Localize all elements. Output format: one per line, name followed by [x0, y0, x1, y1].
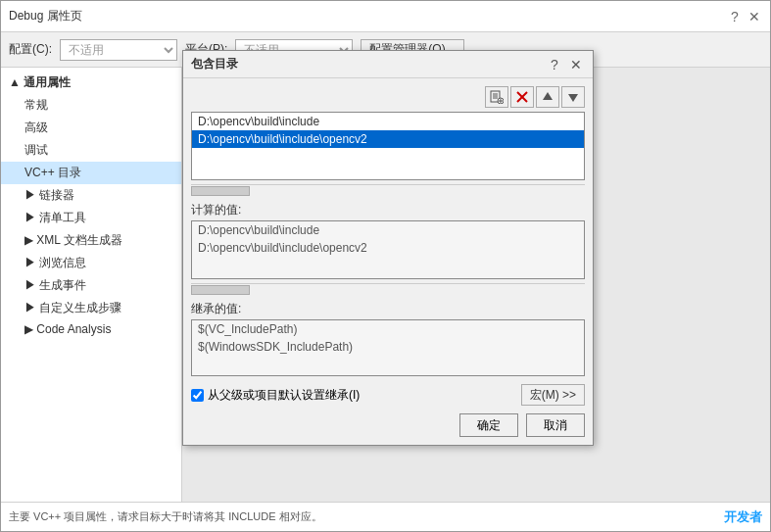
- inherited-label: 继承的值:: [191, 301, 585, 317]
- include-dir-item-1[interactable]: D:\opencv\build\include: [192, 113, 584, 130]
- computed-container: D:\opencv\build\include D:\opencv\build\…: [191, 220, 585, 279]
- sidebar-item-codeanalysis[interactable]: ▶ Code Analysis: [1, 319, 181, 339]
- inherited-list: $(VC_IncludePath) $(WindowsSDK_IncludePa…: [191, 319, 585, 376]
- inherited-item-2: $(WindowsSDK_IncludePath): [192, 338, 584, 356]
- sidebar-item-xml-label: ▶ XML 文档生成器: [24, 232, 122, 249]
- config-label: 配置(C):: [9, 41, 52, 58]
- include-dirs-container: D:\opencv\build\include D:\opencv\build\…: [191, 112, 585, 180]
- sidebar-item-common-label: ▲ 通用属性: [9, 74, 71, 91]
- ok-btn[interactable]: 确定: [459, 413, 518, 437]
- sidebar-item-debug[interactable]: 调试: [1, 139, 181, 162]
- sidebar-item-browse[interactable]: ▶ 浏览信息: [1, 252, 181, 274]
- list-hscroll-thumb[interactable]: [191, 186, 250, 196]
- sidebar-item-build-label: ▶ 生成事件: [24, 277, 86, 294]
- computed-list: D:\opencv\build\include D:\opencv\build\…: [191, 220, 585, 279]
- sidebar: ▲ 通用属性 常规 高级 调试 VC++ 目录 ▶ 链接器 ▶ 清单工具 ▶ X…: [1, 68, 182, 502]
- title-bar: Debug 属性页 ? ✕: [1, 1, 770, 32]
- sidebar-item-manifest-label: ▶ 清单工具: [24, 210, 86, 226]
- new-icon: [490, 90, 504, 104]
- move-up-btn[interactable]: [536, 86, 559, 108]
- up-icon: [541, 90, 554, 104]
- inherited-item-1: $(VC_IncludePath): [192, 320, 584, 338]
- move-down-btn[interactable]: [561, 86, 585, 108]
- dialog-toolbar: [191, 86, 585, 108]
- dialog-body: D:\opencv\build\include D:\opencv\build\…: [183, 78, 593, 445]
- computed-label: 计算的值:: [191, 202, 585, 218]
- sidebar-item-advanced-label: 高级: [24, 120, 48, 136]
- sidebar-item-manifest[interactable]: ▶ 清单工具: [1, 207, 181, 229]
- svg-marker-9: [543, 92, 553, 100]
- window-title: Debug 属性页: [9, 8, 82, 24]
- watermark: 开发者: [724, 508, 762, 526]
- status-bar: 主要 VC++ 项目属性，请求目标大于时请将其 INCLUDE 相对应。 开发者: [1, 502, 770, 531]
- title-controls: ? ✕: [727, 9, 762, 24]
- sidebar-item-vcpp[interactable]: VC++ 目录: [1, 162, 181, 184]
- sidebar-item-general[interactable]: 常规: [1, 94, 181, 117]
- sidebar-item-general-label: 常规: [24, 97, 48, 114]
- sidebar-item-vcpp-label: VC++ 目录: [24, 165, 81, 181]
- inherit-checkbox-label[interactable]: 从父级或项目默认设置继承(I): [191, 387, 360, 404]
- sidebar-item-linker-label: ▶ 链接器: [24, 187, 74, 204]
- dialog-titlebar: 包含目录 ? ✕: [183, 51, 593, 78]
- dialog-title: 包含目录: [191, 56, 238, 73]
- inherit-checkbox[interactable]: [191, 389, 204, 402]
- close-title-btn[interactable]: ✕: [747, 9, 762, 24]
- computed-hscrollbar[interactable]: [191, 283, 585, 295]
- include-dir-dialog: 包含目录 ? ✕: [182, 50, 594, 446]
- help-title-btn[interactable]: ?: [727, 9, 743, 24]
- sidebar-item-common[interactable]: ▲ 通用属性: [1, 72, 181, 94]
- sidebar-item-xml[interactable]: ▶ XML 文档生成器: [1, 229, 181, 252]
- down-icon: [566, 90, 580, 104]
- cancel-btn[interactable]: 取消: [526, 413, 585, 437]
- list-hscrollbar[interactable]: [191, 184, 585, 196]
- computed-item-2: D:\opencv\build\include\opencv2: [192, 239, 584, 257]
- computed-hscroll-thumb[interactable]: [191, 285, 250, 295]
- delete-item-btn[interactable]: [510, 86, 534, 108]
- dialog-title-controls: ? ✕: [546, 56, 585, 73]
- dialog-close-btn[interactable]: ✕: [567, 56, 585, 73]
- macro-btn[interactable]: 宏(M) >>: [521, 384, 585, 406]
- sidebar-item-codeanalysis-label: ▶ Code Analysis: [24, 322, 111, 336]
- new-item-btn[interactable]: [485, 86, 508, 108]
- sidebar-item-custom[interactable]: ▶ 自定义生成步骤: [1, 297, 181, 319]
- sidebar-item-debug-label: 调试: [24, 142, 48, 159]
- delete-icon: [515, 90, 529, 104]
- checkbox-row: 从父级或项目默认设置继承(I) 宏(M) >>: [191, 384, 585, 406]
- sidebar-item-build[interactable]: ▶ 生成事件: [1, 274, 181, 297]
- sidebar-item-custom-label: ▶ 自定义生成步骤: [24, 300, 121, 316]
- status-text: 主要 VC++ 项目属性，请求目标大于时请将其 INCLUDE 相对应。: [9, 509, 322, 524]
- svg-marker-10: [568, 94, 578, 102]
- computed-item-1: D:\opencv\build\include: [192, 221, 584, 239]
- dialog-buttons: 确定 取消: [191, 413, 585, 437]
- dialog-help-btn[interactable]: ?: [546, 56, 563, 73]
- main-window: Debug 属性页 ? ✕ 配置(C): 不适用 平台(P): 不适用 配置管理…: [0, 0, 771, 532]
- sidebar-item-linker[interactable]: ▶ 链接器: [1, 184, 181, 207]
- sidebar-item-advanced[interactable]: 高级: [1, 117, 181, 139]
- include-dir-item-2[interactable]: D:\opencv\build\include\opencv2: [192, 130, 584, 148]
- config-select[interactable]: 不适用: [60, 39, 177, 61]
- sidebar-item-browse-label: ▶ 浏览信息: [24, 255, 86, 271]
- inherit-label-text: 从父级或项目默认设置继承(I): [208, 387, 360, 404]
- include-dirs-list[interactable]: D:\opencv\build\include D:\opencv\build\…: [191, 112, 585, 180]
